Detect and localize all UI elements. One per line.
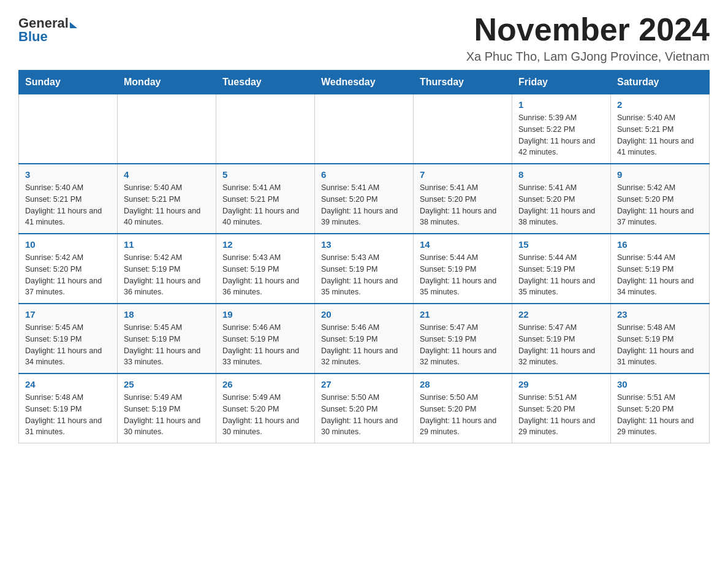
day-info: Sunrise: 5:50 AM Sunset: 5:20 PM Dayligh… <box>321 392 407 438</box>
day-info: Sunrise: 5:46 AM Sunset: 5:19 PM Dayligh… <box>321 322 407 368</box>
day-info: Sunrise: 5:41 AM Sunset: 5:20 PM Dayligh… <box>518 182 604 228</box>
day-info: Sunrise: 5:40 AM Sunset: 5:21 PM Dayligh… <box>25 182 111 228</box>
day-number: 17 <box>25 309 111 320</box>
calendar-cell <box>19 94 118 164</box>
weekday-header-row: SundayMondayTuesdayWednesdayThursdayFrid… <box>19 71 710 94</box>
day-number: 6 <box>321 169 407 180</box>
calendar-cell: 16Sunrise: 5:44 AM Sunset: 5:19 PM Dayli… <box>611 234 710 304</box>
day-number: 7 <box>420 169 506 180</box>
day-number: 26 <box>222 379 308 389</box>
calendar-cell: 28Sunrise: 5:50 AM Sunset: 5:20 PM Dayli… <box>414 373 512 443</box>
calendar-cell: 20Sunrise: 5:46 AM Sunset: 5:19 PM Dayli… <box>315 304 414 373</box>
day-number: 14 <box>420 239 506 250</box>
calendar-cell <box>118 94 216 164</box>
day-number: 24 <box>25 379 111 389</box>
calendar-cell: 11Sunrise: 5:42 AM Sunset: 5:19 PM Dayli… <box>118 234 216 304</box>
day-info: Sunrise: 5:48 AM Sunset: 5:19 PM Dayligh… <box>617 322 703 368</box>
calendar-cell: 26Sunrise: 5:49 AM Sunset: 5:20 PM Dayli… <box>216 373 315 443</box>
day-number: 27 <box>321 379 407 389</box>
day-info: Sunrise: 5:44 AM Sunset: 5:19 PM Dayligh… <box>420 252 506 298</box>
calendar-week-row: 10Sunrise: 5:42 AM Sunset: 5:20 PM Dayli… <box>19 234 710 304</box>
calendar-week-row: 24Sunrise: 5:48 AM Sunset: 5:19 PM Dayli… <box>19 373 710 443</box>
day-number: 20 <box>321 309 407 320</box>
day-number: 16 <box>617 239 703 250</box>
day-info: Sunrise: 5:43 AM Sunset: 5:19 PM Dayligh… <box>222 252 308 298</box>
calendar-cell: 9Sunrise: 5:42 AM Sunset: 5:20 PM Daylig… <box>611 164 710 234</box>
day-number: 2 <box>617 99 703 110</box>
calendar-cell: 17Sunrise: 5:45 AM Sunset: 5:19 PM Dayli… <box>19 304 118 373</box>
calendar-cell: 10Sunrise: 5:42 AM Sunset: 5:20 PM Dayli… <box>19 234 118 304</box>
header: General Blue November 2024 Xa Phuc Tho, … <box>18 12 710 64</box>
day-number: 8 <box>518 169 604 180</box>
calendar-week-row: 1Sunrise: 5:39 AM Sunset: 5:22 PM Daylig… <box>19 94 710 164</box>
calendar-cell: 13Sunrise: 5:43 AM Sunset: 5:19 PM Dayli… <box>315 234 414 304</box>
day-number: 30 <box>617 379 703 389</box>
day-info: Sunrise: 5:41 AM Sunset: 5:20 PM Dayligh… <box>321 182 407 228</box>
day-info: Sunrise: 5:49 AM Sunset: 5:19 PM Dayligh… <box>124 392 210 438</box>
day-number: 10 <box>25 239 111 250</box>
calendar-cell: 29Sunrise: 5:51 AM Sunset: 5:20 PM Dayli… <box>512 373 611 443</box>
weekday-header-thursday: Thursday <box>414 71 512 94</box>
calendar-cell: 25Sunrise: 5:49 AM Sunset: 5:19 PM Dayli… <box>118 373 216 443</box>
calendar-cell: 23Sunrise: 5:48 AM Sunset: 5:19 PM Dayli… <box>611 304 710 373</box>
calendar-week-row: 3Sunrise: 5:40 AM Sunset: 5:21 PM Daylig… <box>19 164 710 234</box>
day-number: 21 <box>420 309 506 320</box>
calendar-cell: 21Sunrise: 5:47 AM Sunset: 5:19 PM Dayli… <box>414 304 512 373</box>
logo: General Blue <box>18 12 77 45</box>
day-number: 19 <box>222 309 308 320</box>
day-info: Sunrise: 5:45 AM Sunset: 5:19 PM Dayligh… <box>124 322 210 368</box>
calendar-cell: 2Sunrise: 5:40 AM Sunset: 5:21 PM Daylig… <box>611 94 710 164</box>
calendar-cell: 22Sunrise: 5:47 AM Sunset: 5:19 PM Dayli… <box>512 304 611 373</box>
day-info: Sunrise: 5:44 AM Sunset: 5:19 PM Dayligh… <box>617 252 703 298</box>
calendar-cell: 6Sunrise: 5:41 AM Sunset: 5:20 PM Daylig… <box>315 164 414 234</box>
calendar-cell: 14Sunrise: 5:44 AM Sunset: 5:19 PM Dayli… <box>414 234 512 304</box>
day-info: Sunrise: 5:41 AM Sunset: 5:20 PM Dayligh… <box>420 182 506 228</box>
month-title: November 2024 <box>466 12 710 47</box>
day-info: Sunrise: 5:40 AM Sunset: 5:21 PM Dayligh… <box>124 182 210 228</box>
day-info: Sunrise: 5:42 AM Sunset: 5:20 PM Dayligh… <box>617 182 703 228</box>
weekday-header-friday: Friday <box>512 71 611 94</box>
day-number: 9 <box>617 169 703 180</box>
calendar-cell: 12Sunrise: 5:43 AM Sunset: 5:19 PM Dayli… <box>216 234 315 304</box>
day-number: 23 <box>617 309 703 320</box>
calendar-cell: 19Sunrise: 5:46 AM Sunset: 5:19 PM Dayli… <box>216 304 315 373</box>
calendar-cell: 18Sunrise: 5:45 AM Sunset: 5:19 PM Dayli… <box>118 304 216 373</box>
day-info: Sunrise: 5:45 AM Sunset: 5:19 PM Dayligh… <box>25 322 111 368</box>
day-number: 18 <box>124 309 210 320</box>
calendar-cell: 30Sunrise: 5:51 AM Sunset: 5:20 PM Dayli… <box>611 373 710 443</box>
day-number: 11 <box>124 239 210 250</box>
calendar-cell: 4Sunrise: 5:40 AM Sunset: 5:21 PM Daylig… <box>118 164 216 234</box>
calendar-cell <box>216 94 315 164</box>
day-info: Sunrise: 5:47 AM Sunset: 5:19 PM Dayligh… <box>518 322 604 368</box>
calendar-table: SundayMondayTuesdayWednesdayThursdayFrid… <box>18 70 710 443</box>
weekday-header-sunday: Sunday <box>19 71 118 94</box>
day-number: 13 <box>321 239 407 250</box>
day-info: Sunrise: 5:50 AM Sunset: 5:20 PM Dayligh… <box>420 392 506 438</box>
title-block: November 2024 Xa Phuc Tho, Lam GJong Pro… <box>466 12 710 64</box>
day-info: Sunrise: 5:51 AM Sunset: 5:20 PM Dayligh… <box>518 392 604 438</box>
weekday-header-wednesday: Wednesday <box>315 71 414 94</box>
day-number: 15 <box>518 239 604 250</box>
day-number: 29 <box>518 379 604 389</box>
day-info: Sunrise: 5:47 AM Sunset: 5:19 PM Dayligh… <box>420 322 506 368</box>
day-info: Sunrise: 5:46 AM Sunset: 5:19 PM Dayligh… <box>222 322 308 368</box>
calendar-cell: 5Sunrise: 5:41 AM Sunset: 5:21 PM Daylig… <box>216 164 315 234</box>
location-title: Xa Phuc Tho, Lam GJong Province, Vietnam <box>466 50 710 64</box>
calendar-cell: 27Sunrise: 5:50 AM Sunset: 5:20 PM Dayli… <box>315 373 414 443</box>
day-info: Sunrise: 5:40 AM Sunset: 5:21 PM Dayligh… <box>617 112 703 158</box>
day-info: Sunrise: 5:51 AM Sunset: 5:20 PM Dayligh… <box>617 392 703 438</box>
day-number: 28 <box>420 379 506 389</box>
calendar-cell: 7Sunrise: 5:41 AM Sunset: 5:20 PM Daylig… <box>414 164 512 234</box>
day-number: 4 <box>124 169 210 180</box>
calendar-cell: 1Sunrise: 5:39 AM Sunset: 5:22 PM Daylig… <box>512 94 611 164</box>
weekday-header-monday: Monday <box>118 71 216 94</box>
calendar-week-row: 17Sunrise: 5:45 AM Sunset: 5:19 PM Dayli… <box>19 304 710 373</box>
calendar-cell: 8Sunrise: 5:41 AM Sunset: 5:20 PM Daylig… <box>512 164 611 234</box>
day-number: 12 <box>222 239 308 250</box>
calendar-cell: 15Sunrise: 5:44 AM Sunset: 5:19 PM Dayli… <box>512 234 611 304</box>
day-info: Sunrise: 5:41 AM Sunset: 5:21 PM Dayligh… <box>222 182 308 228</box>
day-number: 1 <box>518 99 604 110</box>
day-info: Sunrise: 5:49 AM Sunset: 5:20 PM Dayligh… <box>222 392 308 438</box>
day-info: Sunrise: 5:39 AM Sunset: 5:22 PM Dayligh… <box>518 112 604 158</box>
day-number: 3 <box>25 169 111 180</box>
